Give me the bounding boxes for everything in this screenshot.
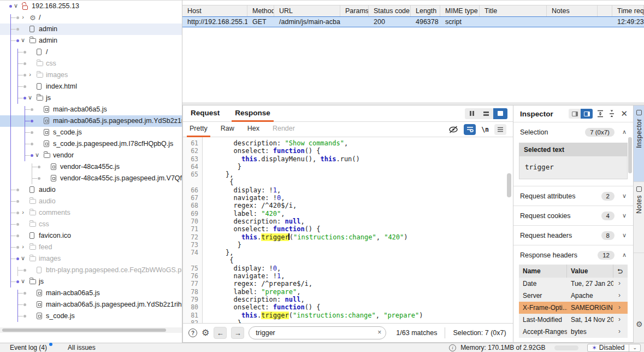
word-wrap-button[interactable] bbox=[464, 124, 476, 135]
chevron-right-icon[interactable]: › bbox=[20, 14, 26, 20]
tree-item[interactable]: s_code.js bbox=[0, 127, 182, 138]
search-clear-icon[interactable]: × bbox=[377, 328, 381, 336]
subtab-pretty[interactable]: Pretty bbox=[183, 122, 214, 137]
section-header-request-cookies[interactable]: Request cookies4∨ bbox=[513, 206, 633, 225]
chevron-down-icon[interactable]: ∨ bbox=[20, 37, 26, 44]
tree-item[interactable]: main-acba06a5.js.pagespeed.jm.YdSb2z1rih… bbox=[0, 115, 182, 127]
tree-item[interactable]: s_code.js bbox=[0, 310, 182, 322]
chevron-down-icon[interactable]: ∨ bbox=[622, 212, 627, 219]
all-issues-button[interactable]: All issues bbox=[68, 344, 96, 351]
chevron-up-icon[interactable]: ∧ bbox=[622, 128, 627, 136]
subtab-hex[interactable]: Hex bbox=[241, 122, 266, 137]
section-header-request-headers[interactable]: Request headers8∨ bbox=[513, 226, 633, 245]
tree-item[interactable]: index.html bbox=[0, 81, 182, 92]
tree-item[interactable]: favicon.ico bbox=[0, 230, 182, 242]
tree-item[interactable]: vendor-48ca455c.js.pagespeed.jm.V7Qfw6bd bbox=[0, 173, 182, 184]
tree-item[interactable]: css bbox=[0, 58, 182, 69]
tree-item[interactable]: ›comments bbox=[0, 207, 182, 219]
column-header-url[interactable]: URL bbox=[274, 5, 340, 16]
row-expand-chevron[interactable]: › bbox=[613, 302, 625, 314]
name-column-header[interactable]: Name bbox=[519, 265, 567, 278]
row-expand-chevron[interactable]: › bbox=[613, 290, 625, 302]
tree-item[interactable]: vendor-48ca455c.js bbox=[0, 161, 182, 173]
tree-item[interactable]: ∨admin bbox=[0, 35, 182, 46]
row-expand-chevron[interactable]: › bbox=[613, 326, 625, 338]
subtab-render[interactable]: Render bbox=[266, 122, 302, 137]
show-nonprintable-button[interactable]: \n bbox=[481, 126, 489, 133]
chevron-down-icon[interactable]: ∨ bbox=[622, 192, 627, 200]
collapse-all-button[interactable] bbox=[608, 110, 616, 118]
search-input[interactable] bbox=[249, 326, 386, 339]
tree-item[interactable]: ›images bbox=[0, 69, 182, 81]
row-expand-chevron[interactable]: › bbox=[613, 278, 625, 290]
sitemap-horizontal-scrollbar[interactable] bbox=[0, 327, 182, 333]
column-header-status-code[interactable]: Status code∧ bbox=[369, 5, 411, 16]
chevron-down-icon[interactable]: ∨ bbox=[13, 2, 19, 9]
tree-item[interactable]: s_code.js.pagespeed.jm.I78cfHQpbQ.js bbox=[0, 138, 182, 150]
inspector-dock-right-button[interactable] bbox=[581, 109, 593, 119]
pane-layout-split-button[interactable] bbox=[465, 108, 479, 119]
chevron-right-icon[interactable]: › bbox=[20, 243, 26, 250]
info-icon[interactable]: i bbox=[449, 344, 456, 351]
tree-item[interactable]: main-acba06a5.js bbox=[0, 288, 182, 299]
subtab-raw[interactable]: Raw bbox=[214, 122, 241, 137]
chevron-right-icon[interactable]: › bbox=[27, 71, 33, 78]
column-header-method[interactable]: Method bbox=[247, 5, 274, 16]
row-expand-chevron[interactable]: › bbox=[613, 314, 625, 326]
column-header-notes[interactable]: Notes bbox=[547, 5, 598, 16]
tree-item[interactable]: ∨192.168.255.13 bbox=[0, 1, 182, 12]
code-content[interactable]: description: "Show commands", onselect: … bbox=[203, 137, 513, 323]
column-header-length[interactable]: Length bbox=[411, 5, 440, 16]
editor-vertical-scrollbar[interactable] bbox=[507, 173, 511, 197]
header-row[interactable]: DateTue, 27 Jan 20...› bbox=[519, 278, 628, 290]
header-row[interactable]: X-Frame-Opti...SAMEORIGIN› bbox=[519, 302, 628, 314]
chevron-down-icon[interactable]: ∨ bbox=[27, 94, 33, 101]
column-header-time-requested[interactable]: Time requested bbox=[612, 5, 644, 16]
tree-item[interactable]: ›feed bbox=[0, 242, 182, 253]
ai-dropdown-button[interactable]: ⌄ bbox=[629, 345, 640, 350]
search-settings-icon[interactable]: ⚙ bbox=[202, 328, 209, 337]
hide-highlights-icon[interactable] bbox=[448, 126, 458, 133]
tree-item[interactable]: audio bbox=[0, 196, 182, 207]
history-table-row[interactable]: http://192.168.255.13GET/admin/js/main-a… bbox=[182, 16, 644, 27]
chevron-right-icon[interactable]: › bbox=[20, 209, 26, 215]
strip-settings-gear-icon[interactable]: ⚙ bbox=[636, 320, 643, 328]
tree-item[interactable]: ∨images bbox=[0, 253, 182, 265]
section-header-selection[interactable]: Selection7 (0x7)∧ bbox=[513, 122, 633, 142]
burp-ai-button[interactable]: ✶ Disabled bbox=[588, 344, 630, 351]
column-header-spacer[interactable] bbox=[598, 5, 612, 16]
inspector-dock-left-button[interactable] bbox=[569, 109, 581, 119]
tree-item[interactable]: audio bbox=[0, 184, 182, 196]
tab-response[interactable]: Response bbox=[227, 105, 278, 122]
header-row[interactable]: Accept-Rangesbytes› bbox=[519, 326, 628, 338]
column-header-mime-type[interactable]: MIME type bbox=[440, 5, 480, 16]
search-help-icon[interactable]: ? bbox=[188, 328, 197, 337]
tree-item[interactable]: ∨js bbox=[0, 92, 182, 104]
search-next-button[interactable]: → bbox=[231, 327, 244, 339]
pane-layout-combined-button[interactable] bbox=[493, 108, 507, 119]
tree-item[interactable]: btn-play.png.pagespeed.ce.FeqZbWWoGS.png bbox=[0, 265, 182, 276]
chevron-up-icon[interactable]: ∧ bbox=[622, 251, 627, 259]
tree-item[interactable]: main-acba06a5.js bbox=[0, 104, 182, 115]
column-header-title[interactable]: Title bbox=[480, 5, 547, 16]
inspector-close-button[interactable]: ✕ bbox=[619, 109, 629, 119]
column-header-host[interactable]: Host bbox=[182, 5, 247, 16]
tree-item[interactable]: / bbox=[0, 46, 182, 58]
tree-item[interactable]: ∨js bbox=[0, 276, 182, 288]
tree-item[interactable]: ›⚙/ bbox=[0, 12, 182, 24]
chevron-down-icon[interactable]: ∨ bbox=[20, 255, 26, 262]
expand-all-button[interactable] bbox=[596, 110, 604, 118]
tab-request[interactable]: Request bbox=[183, 105, 227, 122]
tree-item[interactable]: ∨vendor bbox=[0, 150, 182, 161]
inspector-scrollbar[interactable] bbox=[628, 137, 632, 173]
chevron-down-icon[interactable]: ∨ bbox=[622, 232, 627, 239]
chevron-down-icon[interactable]: ∨ bbox=[34, 151, 40, 159]
header-row[interactable]: Last-ModifiedSat, 14 Nov 20...› bbox=[519, 314, 628, 326]
editor-menu-button[interactable] bbox=[494, 124, 506, 135]
scrollbar-thumb[interactable] bbox=[2, 328, 166, 332]
wrap-toggle-icon[interactable]: ⮌ bbox=[613, 265, 625, 278]
side-tab-inspector[interactable]: Inspector bbox=[634, 105, 644, 182]
chevron-down-icon[interactable]: ∨ bbox=[20, 278, 26, 285]
section-header-request-attributes[interactable]: Request attributes2∨ bbox=[513, 186, 633, 206]
value-column-header[interactable]: Value bbox=[567, 265, 613, 278]
